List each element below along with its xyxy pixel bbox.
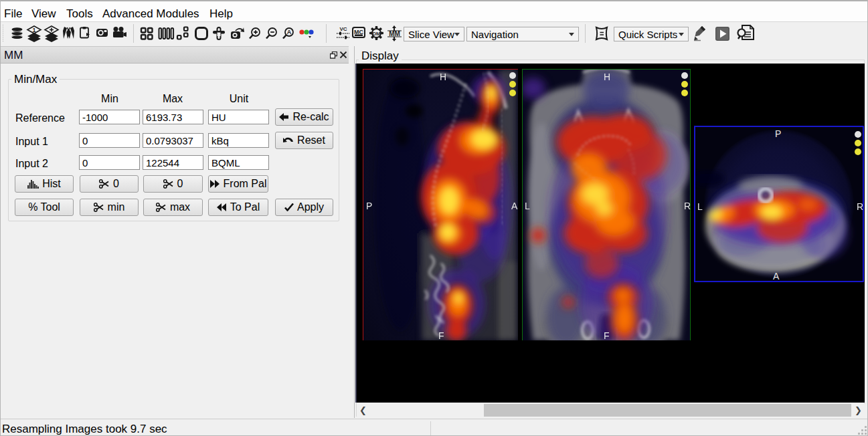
svg-text:DM: DM [373,31,381,37]
svg-text:1: 1 [32,27,35,33]
svg-text:A: A [287,29,292,35]
svg-text:MC: MC [354,29,363,35]
svg-text:VC: VC [339,26,347,32]
